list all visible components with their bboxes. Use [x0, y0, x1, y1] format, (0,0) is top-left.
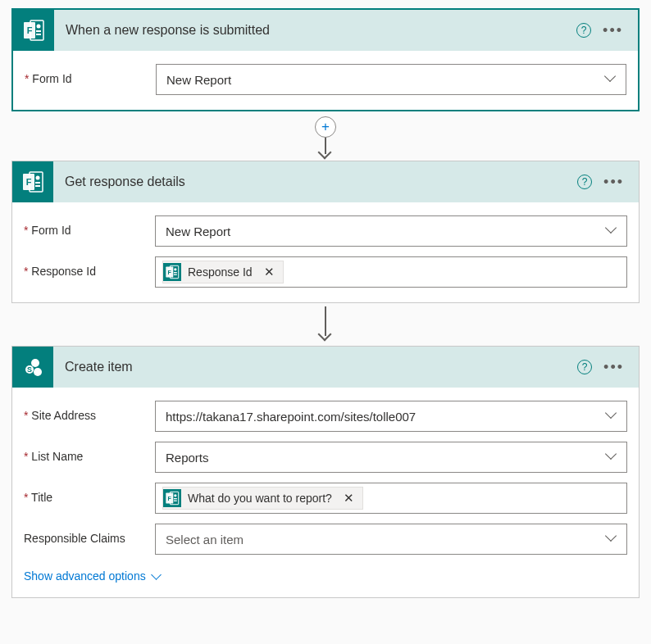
response-id-input[interactable]: Response Id ✕ [155, 256, 627, 288]
show-advanced-label: Show advanced options [24, 569, 146, 583]
field-label-list-name: List Name [24, 442, 155, 463]
select-placeholder: Select an item [166, 533, 605, 546]
card-header[interactable]: Get response details ? ••• [12, 161, 639, 202]
field-label-form-id: Form Id [25, 64, 156, 85]
action-card-get-response[interactable]: Get response details ? ••• Form Id New R… [11, 161, 640, 303]
forms-icon [163, 489, 181, 507]
action-card-create-item[interactable]: Create item ? ••• Site Address https://t… [11, 346, 640, 598]
select-value: New Report [166, 224, 605, 238]
chevron-down-icon [605, 451, 617, 463]
field-label-site-address: Site Address [24, 401, 155, 422]
select-value: https://takana17.sharepoint.com/sites/to… [166, 410, 605, 424]
forms-icon [163, 263, 181, 281]
card-title: Create item [53, 360, 577, 374]
show-advanced-link[interactable]: Show advanced options [24, 569, 160, 583]
select-value: New Report [166, 73, 604, 87]
add-step-button[interactable]: + [315, 116, 336, 138]
help-icon[interactable]: ? [577, 360, 592, 374]
chevron-down-icon [605, 410, 617, 422]
chevron-down-icon [153, 569, 160, 583]
connector: + [11, 116, 640, 159]
card-header[interactable]: When a new response is submitted ? ••• [13, 10, 638, 51]
card-body: Form Id New Report [13, 51, 638, 110]
field-label-responsible-claims: Responsible Claims [24, 524, 155, 545]
arrow-down-icon [316, 306, 335, 342]
field-label-response-id: Response Id [24, 256, 155, 278]
site-address-select[interactable]: https://takana17.sharepoint.com/sites/to… [155, 401, 627, 432]
dynamic-token[interactable]: What do you want to report? ✕ [162, 487, 363, 510]
card-body: Form Id New Report Response Id Response … [12, 202, 639, 302]
more-icon[interactable]: ••• [603, 22, 623, 39]
forms-icon [13, 10, 54, 51]
form-id-select[interactable]: New Report [155, 215, 627, 247]
token-label: What do you want to report? [186, 492, 334, 505]
card-title: When a new response is submitted [54, 23, 576, 38]
card-body: Site Address https://takana17.sharepoint… [12, 388, 639, 597]
list-name-select[interactable]: Reports [155, 442, 627, 473]
token-label: Response Id [186, 265, 254, 279]
close-icon[interactable]: ✕ [339, 491, 359, 506]
chevron-down-icon [604, 74, 616, 85]
help-icon[interactable]: ? [576, 23, 591, 38]
arrow-down-icon [316, 136, 335, 159]
close-icon[interactable]: ✕ [259, 265, 280, 279]
title-input[interactable]: What do you want to report? ✕ [155, 483, 627, 514]
card-title: Get response details [53, 175, 577, 189]
chevron-down-icon [605, 533, 617, 545]
field-label-title: Title [24, 483, 155, 504]
trigger-card[interactable]: When a new response is submitted ? ••• F… [11, 8, 640, 111]
more-icon[interactable]: ••• [603, 359, 624, 376]
help-icon[interactable]: ? [577, 175, 592, 189]
responsible-claims-select[interactable]: Select an item [155, 524, 627, 555]
forms-icon [12, 161, 53, 202]
select-value: Reports [166, 451, 605, 465]
dynamic-token[interactable]: Response Id ✕ [162, 261, 284, 283]
sharepoint-icon [12, 347, 53, 388]
field-label-form-id: Form Id [24, 215, 155, 237]
more-icon[interactable]: ••• [603, 174, 624, 191]
form-id-select[interactable]: New Report [156, 64, 626, 95]
chevron-down-icon [605, 225, 617, 237]
card-header[interactable]: Create item ? ••• [12, 347, 639, 388]
